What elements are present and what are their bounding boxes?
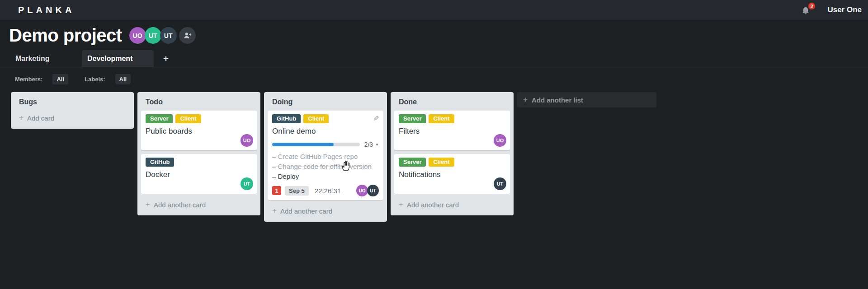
add-board-button[interactable]: +: [158, 50, 174, 67]
avatar[interactable]: UO: [241, 134, 253, 147]
label-server[interactable]: Server: [146, 114, 173, 123]
appbar-right: 2 User One: [801, 4, 862, 16]
add-card-button[interactable]: + Add another card: [264, 204, 387, 222]
tab-development[interactable]: Development: [82, 50, 154, 67]
card-title: Filters: [399, 126, 505, 136]
add-card-label: Add another card: [407, 201, 459, 209]
add-card-button[interactable]: + Add card: [11, 111, 134, 129]
list-bugs: Bugs + Add card: [11, 92, 134, 129]
label-server[interactable]: Server: [399, 158, 426, 167]
card-labels: Server Client: [399, 114, 505, 123]
members-filter-value[interactable]: All: [52, 74, 68, 84]
tab-marketing[interactable]: Marketing: [10, 50, 82, 67]
add-card-label: Add another card: [154, 201, 206, 209]
avatar[interactable]: UO: [494, 134, 506, 147]
cards-container: Server Client Filters UO Server Client N…: [391, 111, 514, 194]
card-docker[interactable]: GitHub Docker UT: [141, 154, 257, 194]
due-date-badge[interactable]: Sep 5: [285, 186, 309, 196]
add-card-label: Add another card: [280, 207, 332, 215]
board: Bugs + Add card Todo Server Client Publi…: [11, 92, 868, 222]
plus-icon: +: [523, 95, 528, 104]
label-client[interactable]: Client: [429, 158, 454, 167]
list-doing: Doing ✎ GitHub Client Online demo 2/3 ▼: [264, 92, 387, 222]
app-bar: PLANKA 2 User One: [0, 0, 868, 20]
plus-icon: +: [272, 206, 277, 215]
page-title: Demo project: [9, 25, 122, 46]
notifications-button[interactable]: 2: [801, 4, 812, 16]
card-meta-row: 1 Sep 5 22:26:31 UO UT: [272, 185, 379, 196]
board-tabs: Marketing Development +: [0, 50, 868, 67]
list-title[interactable]: Done: [391, 92, 514, 111]
label-server[interactable]: Server: [399, 114, 426, 123]
add-card-button[interactable]: + Add another card: [137, 197, 260, 215]
avatar[interactable]: UT: [160, 27, 177, 44]
labels-filter-label: Labels:: [85, 76, 105, 83]
card-title: Notifications: [399, 170, 505, 180]
planka-logo: PLANKA: [18, 5, 75, 15]
card-labels: Server Client: [146, 114, 252, 123]
task-item: Deploy: [272, 172, 379, 182]
plus-icon: +: [19, 113, 24, 122]
edit-card-icon[interactable]: ✎: [373, 114, 379, 123]
label-client[interactable]: Client: [429, 114, 454, 123]
cards-container: Server Client Public boards UO GitHub Do…: [137, 111, 260, 194]
chevron-down-icon: ▼: [375, 143, 379, 147]
avatar[interactable]: UT: [367, 185, 379, 196]
task-progress: 2/3 ▼: [272, 141, 379, 148]
progress-fill: [272, 143, 334, 146]
card-online-demo[interactable]: ✎ GitHub Client Online demo 2/3 ▼ Create…: [268, 111, 383, 200]
cards-container: ✎ GitHub Client Online demo 2/3 ▼ Create…: [264, 111, 387, 200]
card-title: Docker: [146, 170, 252, 180]
progress-count: 2/3: [364, 141, 373, 148]
project-header: Demo project UO UT UT: [9, 25, 868, 46]
list-title[interactable]: Bugs: [11, 92, 134, 111]
card-labels: GitHub Client: [272, 114, 379, 123]
card-title: Public boards: [146, 126, 252, 136]
list-done: Done Server Client Filters UO Server Cli…: [391, 92, 514, 215]
task-item: Create GitHub Pages repo: [272, 152, 379, 162]
members-filter-label: Members:: [15, 76, 42, 83]
filter-bar: Members: All Labels: All: [15, 74, 868, 84]
list-title[interactable]: Todo: [137, 92, 260, 111]
plus-icon: +: [399, 200, 403, 209]
avatar[interactable]: UT: [241, 177, 253, 190]
label-client[interactable]: Client: [175, 114, 201, 123]
list-todo: Todo Server Client Public boards UO GitH…: [137, 92, 260, 215]
task-item: Change code for offline version: [272, 162, 379, 172]
add-list-button[interactable]: + Add another list: [517, 92, 656, 107]
avatar[interactable]: UT: [494, 177, 506, 190]
add-user-icon: [183, 31, 192, 40]
card-labels: Server Client: [399, 158, 505, 167]
notification-count-badge: 1: [272, 186, 281, 195]
progress-bar: [272, 143, 360, 146]
card-notifications[interactable]: Server Client Notifications UT: [394, 154, 510, 194]
label-client[interactable]: Client: [303, 114, 329, 123]
avatar[interactable]: UO: [356, 185, 368, 196]
plus-icon: +: [146, 200, 150, 209]
card-title: Online demo: [272, 126, 379, 136]
avatar[interactable]: UO: [129, 27, 146, 44]
add-member-button[interactable]: [179, 27, 196, 44]
labels-filter-value[interactable]: All: [115, 74, 131, 84]
card-members: UO UT: [357, 185, 379, 196]
user-menu[interactable]: User One: [827, 5, 862, 14]
timer-value[interactable]: 22:26:31: [315, 187, 341, 195]
add-card-button[interactable]: + Add another card: [391, 197, 514, 215]
add-card-label: Add card: [27, 114, 54, 122]
card-public-boards[interactable]: Server Client Public boards UO: [141, 111, 257, 150]
notification-count-badge: 2: [808, 2, 816, 10]
list-title[interactable]: Doing: [264, 92, 387, 111]
avatar[interactable]: UT: [145, 27, 161, 44]
project-members: UO UT UT: [129, 27, 196, 44]
add-list-label: Add another list: [532, 96, 583, 104]
card-labels: GitHub: [146, 158, 252, 167]
progress-toggle[interactable]: 2/3 ▼: [364, 141, 379, 148]
card-filters[interactable]: Server Client Filters UO: [394, 111, 510, 150]
label-github[interactable]: GitHub: [272, 114, 301, 123]
label-github[interactable]: GitHub: [146, 158, 174, 167]
